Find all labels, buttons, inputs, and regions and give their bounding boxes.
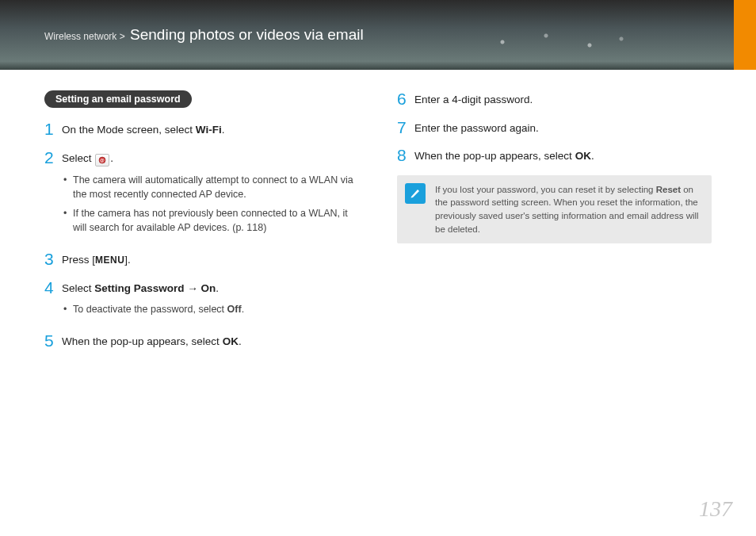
text: . (591, 150, 594, 162)
sub-bullets: To deactivate the password, select Off. (62, 302, 244, 316)
step-number: 7 (397, 119, 414, 136)
breadcrumb-prefix: Wireless network > (44, 31, 128, 42)
step-6: 6 Enter a 4-digit password. (397, 90, 712, 108)
step-text: Press [MENU]. (62, 251, 131, 268)
text: . (216, 282, 219, 294)
text: When the pop-up appears, select (414, 150, 575, 162)
bullet-item: To deactivate the password, select Off. (62, 302, 244, 316)
step-text: When the pop-up appears, select OK. (414, 147, 594, 164)
step-number: 2 (44, 149, 62, 166)
text: Press [ (62, 254, 95, 266)
step-8: 8 When the pop-up appears, select OK. (397, 147, 712, 164)
left-column: Setting an email password 1 On the Mode … (44, 90, 359, 361)
step-4: 4 Select Setting Password → On. To deact… (44, 279, 359, 322)
email-app-icon: @ (95, 154, 109, 167)
bold-text: Reset (656, 185, 681, 194)
bold-text: OK (223, 335, 239, 347)
bullet-item: If the camera has not previously been co… (62, 206, 359, 235)
bold-text: Wi-Fi (196, 124, 222, 136)
section-heading: Setting an email password (44, 90, 192, 108)
svg-text:@: @ (101, 158, 105, 163)
step-number: 8 (397, 147, 414, 163)
step-3: 3 Press [MENU]. (44, 251, 359, 268)
text: To deactivate the password, select (73, 304, 227, 315)
step-text: Enter a 4-digit password. (414, 90, 533, 108)
text: . (222, 124, 225, 136)
text: Select (62, 152, 94, 164)
step-number: 5 (44, 332, 62, 349)
bold-text: OK (575, 150, 591, 162)
step-1: 1 On the Mode screen, select Wi-Fi. (44, 121, 359, 138)
text: . (110, 152, 113, 164)
section-tab (734, 0, 756, 70)
step-text: Select @. The camera will automatically … (62, 149, 359, 240)
bold-text: Off (227, 304, 242, 315)
text: ]. (124, 254, 131, 266)
text: Select (62, 282, 94, 294)
step-number: 4 (44, 279, 62, 296)
step-number: 3 (44, 251, 62, 267)
step-7: 7 Enter the password again. (397, 119, 712, 136)
step-text: When the pop-up appears, select OK. (62, 332, 242, 350)
note-icon (405, 183, 426, 204)
content-area: Setting an email password 1 On the Mode … (0, 70, 756, 361)
step-text: Select Setting Password → On. To deactiv… (62, 279, 244, 322)
text: On the Mode screen, select (62, 124, 196, 136)
info-note: If you lost your password, you can reset… (397, 175, 712, 244)
menu-button-label: MENU (95, 255, 124, 266)
step-text: Enter the password again. (414, 119, 539, 136)
step-number: 6 (397, 90, 414, 107)
bold-text: Setting Password (94, 282, 184, 294)
arrow: → (185, 282, 201, 294)
sub-bullets: The camera will automatically attempt to… (62, 173, 359, 235)
step-2: 2 Select @. The camera will automaticall… (44, 149, 359, 240)
text: . (239, 335, 242, 347)
step-text: On the Mode screen, select Wi-Fi. (62, 121, 224, 138)
page-header: Wireless network > Sending photos or vid… (0, 0, 756, 70)
page-number: 137 (699, 496, 732, 522)
text: When the pop-up appears, select (62, 335, 223, 347)
bold-text: On (201, 282, 216, 294)
note-text: If you lost your password, you can reset… (435, 183, 701, 236)
text: . (242, 304, 244, 315)
step-number: 1 (44, 121, 62, 137)
bullet-item: The camera will automatically attempt to… (62, 173, 359, 201)
step-5: 5 When the pop-up appears, select OK. (44, 332, 359, 350)
breadcrumb: Wireless network > Sending photos or vid… (44, 26, 364, 44)
text: If you lost your password, you can reset… (435, 185, 656, 194)
right-column: 6 Enter a 4-digit password. 7 Enter the … (397, 90, 712, 361)
page-title: Sending photos or videos via email (130, 26, 364, 43)
